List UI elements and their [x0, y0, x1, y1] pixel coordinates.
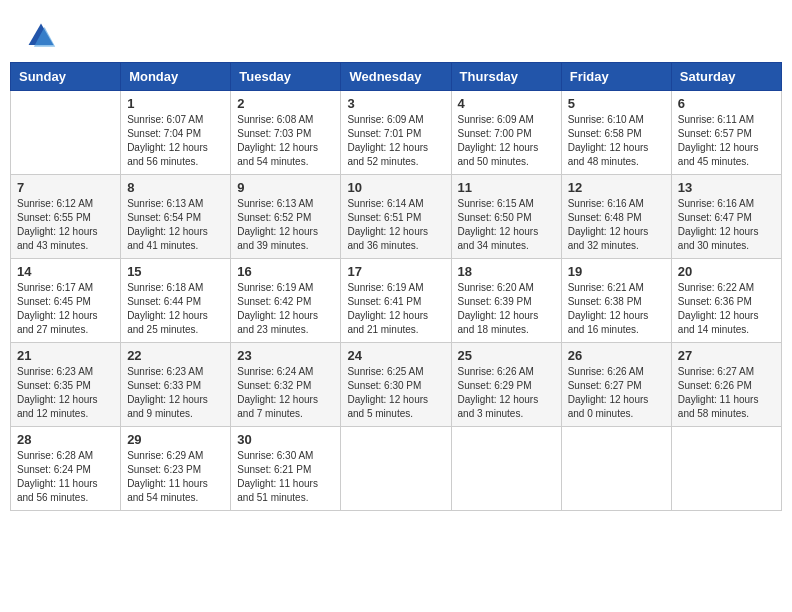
day-number: 16	[237, 264, 334, 279]
day-number: 7	[17, 180, 114, 195]
calendar-week-3: 14Sunrise: 6:17 AM Sunset: 6:45 PM Dayli…	[11, 259, 782, 343]
column-header-tuesday: Tuesday	[231, 63, 341, 91]
day-number: 2	[237, 96, 334, 111]
day-number: 15	[127, 264, 224, 279]
calendar-cell: 20Sunrise: 6:22 AM Sunset: 6:36 PM Dayli…	[671, 259, 781, 343]
column-header-saturday: Saturday	[671, 63, 781, 91]
calendar-cell: 14Sunrise: 6:17 AM Sunset: 6:45 PM Dayli…	[11, 259, 121, 343]
cell-content: Sunrise: 6:08 AM Sunset: 7:03 PM Dayligh…	[237, 113, 334, 169]
logo-icon	[25, 20, 57, 52]
cell-content: Sunrise: 6:18 AM Sunset: 6:44 PM Dayligh…	[127, 281, 224, 337]
cell-content: Sunrise: 6:23 AM Sunset: 6:33 PM Dayligh…	[127, 365, 224, 421]
day-number: 27	[678, 348, 775, 363]
cell-content: Sunrise: 6:24 AM Sunset: 6:32 PM Dayligh…	[237, 365, 334, 421]
calendar-header-row: SundayMondayTuesdayWednesdayThursdayFrid…	[11, 63, 782, 91]
day-number: 18	[458, 264, 555, 279]
calendar-cell: 9Sunrise: 6:13 AM Sunset: 6:52 PM Daylig…	[231, 175, 341, 259]
cell-content: Sunrise: 6:22 AM Sunset: 6:36 PM Dayligh…	[678, 281, 775, 337]
calendar-cell	[11, 91, 121, 175]
calendar-cell: 18Sunrise: 6:20 AM Sunset: 6:39 PM Dayli…	[451, 259, 561, 343]
calendar-week-5: 28Sunrise: 6:28 AM Sunset: 6:24 PM Dayli…	[11, 427, 782, 511]
calendar-cell: 13Sunrise: 6:16 AM Sunset: 6:47 PM Dayli…	[671, 175, 781, 259]
calendar-cell: 23Sunrise: 6:24 AM Sunset: 6:32 PM Dayli…	[231, 343, 341, 427]
cell-content: Sunrise: 6:26 AM Sunset: 6:29 PM Dayligh…	[458, 365, 555, 421]
calendar-cell: 16Sunrise: 6:19 AM Sunset: 6:42 PM Dayli…	[231, 259, 341, 343]
calendar-cell: 22Sunrise: 6:23 AM Sunset: 6:33 PM Dayli…	[121, 343, 231, 427]
cell-content: Sunrise: 6:19 AM Sunset: 6:41 PM Dayligh…	[347, 281, 444, 337]
calendar-cell: 27Sunrise: 6:27 AM Sunset: 6:26 PM Dayli…	[671, 343, 781, 427]
day-number: 10	[347, 180, 444, 195]
day-number: 17	[347, 264, 444, 279]
cell-content: Sunrise: 6:13 AM Sunset: 6:52 PM Dayligh…	[237, 197, 334, 253]
day-number: 26	[568, 348, 665, 363]
cell-content: Sunrise: 6:17 AM Sunset: 6:45 PM Dayligh…	[17, 281, 114, 337]
calendar-cell	[451, 427, 561, 511]
calendar-cell: 24Sunrise: 6:25 AM Sunset: 6:30 PM Dayli…	[341, 343, 451, 427]
column-header-thursday: Thursday	[451, 63, 561, 91]
calendar-cell: 10Sunrise: 6:14 AM Sunset: 6:51 PM Dayli…	[341, 175, 451, 259]
calendar-cell	[671, 427, 781, 511]
calendar-cell: 3Sunrise: 6:09 AM Sunset: 7:01 PM Daylig…	[341, 91, 451, 175]
day-number: 23	[237, 348, 334, 363]
cell-content: Sunrise: 6:20 AM Sunset: 6:39 PM Dayligh…	[458, 281, 555, 337]
calendar-cell: 29Sunrise: 6:29 AM Sunset: 6:23 PM Dayli…	[121, 427, 231, 511]
day-number: 21	[17, 348, 114, 363]
calendar-cell: 7Sunrise: 6:12 AM Sunset: 6:55 PM Daylig…	[11, 175, 121, 259]
day-number: 9	[237, 180, 334, 195]
day-number: 6	[678, 96, 775, 111]
cell-content: Sunrise: 6:29 AM Sunset: 6:23 PM Dayligh…	[127, 449, 224, 505]
day-number: 12	[568, 180, 665, 195]
cell-content: Sunrise: 6:09 AM Sunset: 7:00 PM Dayligh…	[458, 113, 555, 169]
day-number: 22	[127, 348, 224, 363]
cell-content: Sunrise: 6:28 AM Sunset: 6:24 PM Dayligh…	[17, 449, 114, 505]
calendar-cell: 1Sunrise: 6:07 AM Sunset: 7:04 PM Daylig…	[121, 91, 231, 175]
calendar-week-4: 21Sunrise: 6:23 AM Sunset: 6:35 PM Dayli…	[11, 343, 782, 427]
day-number: 24	[347, 348, 444, 363]
cell-content: Sunrise: 6:12 AM Sunset: 6:55 PM Dayligh…	[17, 197, 114, 253]
column-header-friday: Friday	[561, 63, 671, 91]
cell-content: Sunrise: 6:13 AM Sunset: 6:54 PM Dayligh…	[127, 197, 224, 253]
day-number: 13	[678, 180, 775, 195]
day-number: 25	[458, 348, 555, 363]
cell-content: Sunrise: 6:19 AM Sunset: 6:42 PM Dayligh…	[237, 281, 334, 337]
day-number: 8	[127, 180, 224, 195]
calendar-cell: 26Sunrise: 6:26 AM Sunset: 6:27 PM Dayli…	[561, 343, 671, 427]
day-number: 19	[568, 264, 665, 279]
cell-content: Sunrise: 6:07 AM Sunset: 7:04 PM Dayligh…	[127, 113, 224, 169]
calendar-week-1: 1Sunrise: 6:07 AM Sunset: 7:04 PM Daylig…	[11, 91, 782, 175]
calendar-cell: 28Sunrise: 6:28 AM Sunset: 6:24 PM Dayli…	[11, 427, 121, 511]
column-header-sunday: Sunday	[11, 63, 121, 91]
cell-content: Sunrise: 6:25 AM Sunset: 6:30 PM Dayligh…	[347, 365, 444, 421]
calendar-cell: 11Sunrise: 6:15 AM Sunset: 6:50 PM Dayli…	[451, 175, 561, 259]
day-number: 4	[458, 96, 555, 111]
day-number: 5	[568, 96, 665, 111]
cell-content: Sunrise: 6:14 AM Sunset: 6:51 PM Dayligh…	[347, 197, 444, 253]
cell-content: Sunrise: 6:23 AM Sunset: 6:35 PM Dayligh…	[17, 365, 114, 421]
calendar-cell: 2Sunrise: 6:08 AM Sunset: 7:03 PM Daylig…	[231, 91, 341, 175]
calendar-cell: 6Sunrise: 6:11 AM Sunset: 6:57 PM Daylig…	[671, 91, 781, 175]
cell-content: Sunrise: 6:15 AM Sunset: 6:50 PM Dayligh…	[458, 197, 555, 253]
page-header	[10, 10, 782, 57]
calendar-cell: 21Sunrise: 6:23 AM Sunset: 6:35 PM Dayli…	[11, 343, 121, 427]
cell-content: Sunrise: 6:26 AM Sunset: 6:27 PM Dayligh…	[568, 365, 665, 421]
calendar-cell: 8Sunrise: 6:13 AM Sunset: 6:54 PM Daylig…	[121, 175, 231, 259]
calendar-cell	[561, 427, 671, 511]
day-number: 20	[678, 264, 775, 279]
cell-content: Sunrise: 6:10 AM Sunset: 6:58 PM Dayligh…	[568, 113, 665, 169]
cell-content: Sunrise: 6:11 AM Sunset: 6:57 PM Dayligh…	[678, 113, 775, 169]
calendar-cell: 5Sunrise: 6:10 AM Sunset: 6:58 PM Daylig…	[561, 91, 671, 175]
calendar-cell: 17Sunrise: 6:19 AM Sunset: 6:41 PM Dayli…	[341, 259, 451, 343]
cell-content: Sunrise: 6:21 AM Sunset: 6:38 PM Dayligh…	[568, 281, 665, 337]
column-header-wednesday: Wednesday	[341, 63, 451, 91]
cell-content: Sunrise: 6:16 AM Sunset: 6:48 PM Dayligh…	[568, 197, 665, 253]
calendar-cell: 25Sunrise: 6:26 AM Sunset: 6:29 PM Dayli…	[451, 343, 561, 427]
day-number: 28	[17, 432, 114, 447]
calendar-cell: 15Sunrise: 6:18 AM Sunset: 6:44 PM Dayli…	[121, 259, 231, 343]
cell-content: Sunrise: 6:16 AM Sunset: 6:47 PM Dayligh…	[678, 197, 775, 253]
logo	[25, 20, 61, 52]
day-number: 30	[237, 432, 334, 447]
calendar-cell: 12Sunrise: 6:16 AM Sunset: 6:48 PM Dayli…	[561, 175, 671, 259]
day-number: 14	[17, 264, 114, 279]
cell-content: Sunrise: 6:09 AM Sunset: 7:01 PM Dayligh…	[347, 113, 444, 169]
calendar-cell: 19Sunrise: 6:21 AM Sunset: 6:38 PM Dayli…	[561, 259, 671, 343]
